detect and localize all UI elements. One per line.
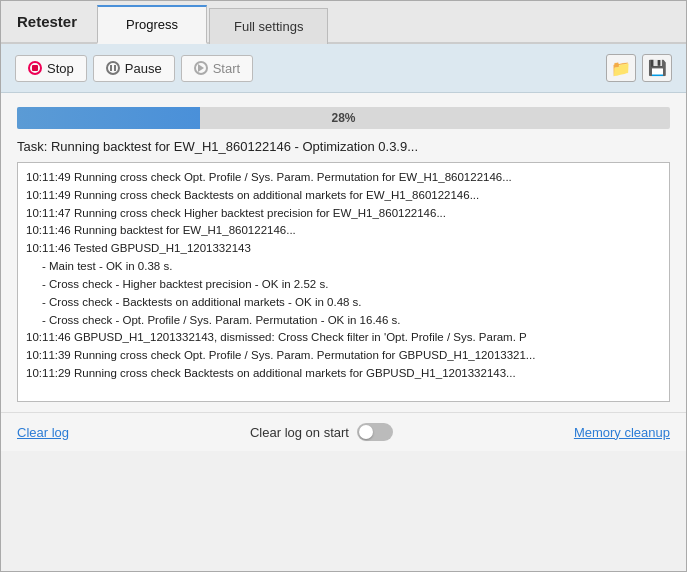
log-line: - Cross check - Opt. Profile / Sys. Para… xyxy=(26,312,661,330)
log-line: - Cross check - Backtests on additional … xyxy=(26,294,661,312)
pause-button[interactable]: Pause xyxy=(93,55,175,82)
clear-log-toggle[interactable] xyxy=(357,423,393,441)
log-area[interactable]: 10:11:49 Running cross check Opt. Profil… xyxy=(17,162,670,402)
main-window: Retester Progress Full settings Stop xyxy=(0,0,687,572)
open-folder-button[interactable]: 📁 xyxy=(606,54,636,82)
floppy-icon: 💾 xyxy=(648,59,667,77)
tab-full-settings[interactable]: Full settings xyxy=(209,8,328,44)
toolbar-right: 📁 💾 xyxy=(606,54,672,82)
folder-icon: 📁 xyxy=(611,59,631,78)
tabs: Progress Full settings xyxy=(97,3,686,42)
toolbar: Stop Pause Start 📁 xyxy=(1,44,686,93)
log-line: 10:11:46 Tested GBPUSD_H1_1201332143 xyxy=(26,240,661,258)
toolbar-left: Stop Pause Start xyxy=(15,55,253,82)
log-line: - Main test - OK in 0.38 s. xyxy=(26,258,661,276)
main-content: 28% Task: Running backtest for EW_H1_860… xyxy=(1,93,686,412)
clear-log-link[interactable]: Clear log xyxy=(17,425,69,440)
task-line: Task: Running backtest for EW_H1_8601221… xyxy=(17,139,670,154)
log-line: - Cross check - Higher backtest precisio… xyxy=(26,276,661,294)
log-line: 10:11:49 Running cross check Backtests o… xyxy=(26,187,661,205)
app-title: Retester xyxy=(1,1,97,42)
progress-label: 28% xyxy=(331,111,355,125)
log-line: 10:11:29 Running cross check Backtests o… xyxy=(26,365,661,383)
log-line: 10:11:46 GBPUSD_H1_1201332143, dismissed… xyxy=(26,329,661,347)
start-button[interactable]: Start xyxy=(181,55,253,82)
progress-bar-container: 28% xyxy=(17,107,670,129)
clear-log-on-start-label: Clear log on start xyxy=(250,425,349,440)
log-line: 10:11:47 Running cross check Higher back… xyxy=(26,205,661,223)
stop-button[interactable]: Stop xyxy=(15,55,87,82)
log-line: 10:11:46 Running backtest for EW_H1_8601… xyxy=(26,222,661,240)
start-icon xyxy=(194,61,208,75)
tab-progress[interactable]: Progress xyxy=(97,5,207,44)
pause-icon xyxy=(106,61,120,75)
memory-cleanup-link[interactable]: Memory cleanup xyxy=(574,425,670,440)
footer-center: Clear log on start xyxy=(250,423,393,441)
log-line: 10:11:39 Running cross check Opt. Profil… xyxy=(26,347,661,365)
toggle-knob xyxy=(359,425,373,439)
header: Retester Progress Full settings xyxy=(1,1,686,44)
stop-icon xyxy=(28,61,42,75)
footer: Clear log Clear log on start Memory clea… xyxy=(1,412,686,451)
progress-bar-fill xyxy=(17,107,200,129)
log-line: 10:11:49 Running cross check Opt. Profil… xyxy=(26,169,661,187)
save-button[interactable]: 💾 xyxy=(642,54,672,82)
